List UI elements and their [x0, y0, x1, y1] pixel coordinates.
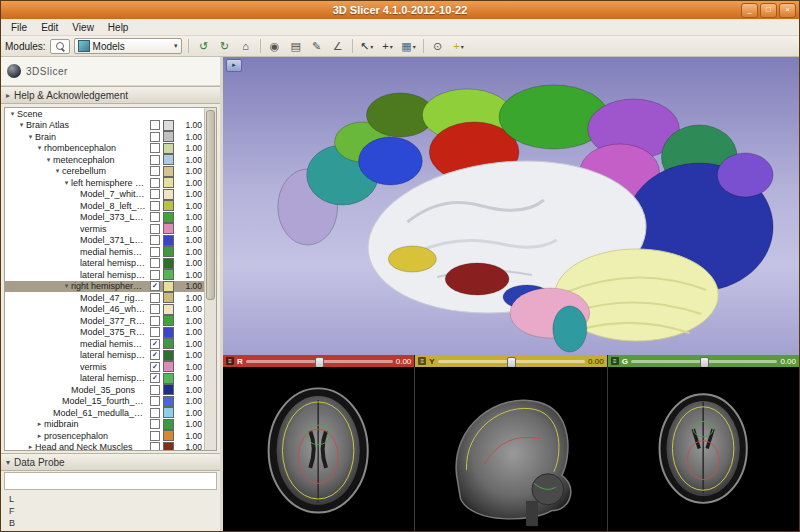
slice-offset-slider[interactable] — [246, 360, 393, 363]
model-color-swatch[interactable] — [163, 327, 174, 338]
slice-controller-green[interactable]: ≡G0.00 — [608, 355, 799, 367]
model-visibility-checkbox[interactable] — [150, 166, 160, 176]
home-module-icon[interactable]: ⌂ — [237, 38, 255, 54]
model-visibility-checkbox[interactable] — [150, 224, 160, 234]
history-forward-icon[interactable]: ↻ — [216, 38, 234, 54]
threed-view[interactable]: ▸ — [223, 57, 799, 355]
scene-view-icon[interactable]: ▤ — [287, 38, 305, 54]
tree-row[interactable]: Model_61_medulla_oblongata1.00 — [5, 407, 204, 419]
tree-row[interactable]: ▸Head and Neck Muscles1.00 — [5, 442, 204, 451]
view-controller-pin-icon[interactable]: ▸ — [226, 59, 242, 72]
model-color-swatch[interactable] — [163, 315, 174, 326]
tree-expander-icon[interactable]: ▾ — [62, 179, 71, 187]
model-color-swatch[interactable] — [163, 258, 174, 269]
slice-menu-icon[interactable]: ≡ — [611, 357, 619, 365]
tree-row[interactable]: ▾rhombencephalon1.00 — [5, 143, 204, 155]
model-visibility-checkbox[interactable] — [150, 396, 160, 406]
model-color-swatch[interactable] — [163, 200, 174, 211]
tree-expander-icon[interactable]: ▸ — [26, 443, 35, 450]
model-visibility-checkbox[interactable]: ✓ — [150, 281, 160, 291]
tree-row[interactable]: ▾metencephalon1.00 — [5, 154, 204, 166]
model-color-swatch[interactable] — [163, 361, 174, 372]
model-color-swatch[interactable] — [163, 281, 174, 292]
model-color-swatch[interactable] — [163, 338, 174, 349]
slice-offset-slider[interactable] — [631, 360, 778, 363]
model-visibility-checkbox[interactable] — [150, 155, 160, 165]
model-visibility-checkbox[interactable] — [150, 442, 160, 450]
slice-controller-yellow[interactable]: ≡Y0.00 — [415, 355, 606, 367]
model-color-swatch[interactable] — [163, 373, 174, 384]
model-visibility-checkbox[interactable]: ✓ — [150, 362, 160, 372]
tree-row[interactable]: ▸prosencephalon1.00 — [5, 430, 204, 442]
tree-row[interactable]: ▾right hemisphere of cer...✓1.00 — [5, 281, 204, 293]
slider-handle[interactable] — [700, 357, 709, 368]
slice-view-red-axial[interactable] — [223, 367, 414, 531]
tree-row[interactable]: Model_47_right_cereb...1.00 — [5, 292, 204, 304]
tree-row[interactable]: lateral hemisphere z...✓1.00 — [5, 373, 204, 385]
model-visibility-checkbox[interactable]: ✓ — [150, 339, 160, 349]
menu-file[interactable]: File — [4, 21, 34, 34]
zoom-icon[interactable]: ⊙ — [429, 38, 447, 54]
model-visibility-checkbox[interactable] — [150, 247, 160, 257]
tree-scrollbar[interactable] — [204, 108, 216, 450]
model-visibility-checkbox[interactable]: ✓ — [150, 350, 160, 360]
tree-row[interactable]: vermis✓1.00 — [5, 361, 204, 373]
titlebar[interactable]: 3D Slicer 4.1.0-2012-10-22 _□× — [1, 1, 799, 19]
model-visibility-checkbox[interactable] — [150, 258, 160, 268]
model-visibility-checkbox[interactable] — [150, 189, 160, 199]
close-button-icon[interactable]: × — [779, 3, 796, 18]
tree-expander-icon[interactable]: ▾ — [26, 133, 35, 141]
help-acknowledgement-section[interactable]: ▸ Help & Acknowledgement — [1, 86, 220, 104]
model-visibility-checkbox[interactable] — [150, 120, 160, 130]
model-visibility-checkbox[interactable] — [150, 132, 160, 142]
slice-offset-slider[interactable] — [438, 360, 585, 363]
crosshair-icon[interactable]: +▾ — [379, 38, 397, 54]
tree-expander-icon[interactable]: ▾ — [53, 167, 62, 175]
tree-expander-icon[interactable]: ▾ — [35, 144, 44, 152]
slice-menu-icon[interactable]: ≡ — [418, 357, 426, 365]
model-visibility-checkbox[interactable] — [150, 385, 160, 395]
slice-view-green-coronal[interactable] — [608, 367, 799, 531]
model-color-swatch[interactable] — [163, 189, 174, 200]
data-probe-section[interactable]: ▾ Data Probe — [1, 453, 220, 471]
model-visibility-checkbox[interactable] — [150, 201, 160, 211]
scrollbar-thumb[interactable] — [206, 110, 215, 300]
model-visibility-checkbox[interactable] — [150, 419, 160, 429]
model-visibility-checkbox[interactable] — [150, 316, 160, 326]
model-color-swatch[interactable] — [163, 384, 174, 395]
model-color-swatch[interactable] — [163, 419, 174, 430]
tree-expander-icon[interactable]: ▾ — [44, 156, 53, 164]
tree-row[interactable]: Model_7_white_matte...1.00 — [5, 189, 204, 201]
model-color-swatch[interactable] — [163, 177, 174, 188]
tree-row[interactable]: lateral hemisphere z...✓1.00 — [5, 350, 204, 362]
layout-icon[interactable]: ▦▾ — [400, 38, 418, 54]
tree-row[interactable]: Model_46_white_matt...1.00 — [5, 304, 204, 316]
model-color-swatch[interactable] — [163, 292, 174, 303]
model-color-swatch[interactable] — [163, 223, 174, 234]
annotation-icon[interactable]: ✎ — [308, 38, 326, 54]
model-visibility-checkbox[interactable] — [150, 431, 160, 441]
tree-expander-icon[interactable]: ▾ — [62, 282, 71, 290]
model-color-swatch[interactable] — [163, 143, 174, 154]
menu-help[interactable]: Help — [101, 21, 136, 34]
model-color-swatch[interactable] — [163, 246, 174, 257]
model-visibility-checkbox[interactable] — [150, 304, 160, 314]
model-visibility-checkbox[interactable] — [150, 178, 160, 188]
tree-expander-icon[interactable]: ▾ — [8, 110, 17, 118]
tree-row[interactable]: medial hemisphere z...1.00 — [5, 246, 204, 258]
tree-row[interactable]: medial hemisphere z...✓1.00 — [5, 338, 204, 350]
tree-row[interactable]: Model_377_Right-FaG...1.00 — [5, 315, 204, 327]
model-color-swatch[interactable] — [163, 304, 174, 315]
model-color-swatch[interactable] — [163, 235, 174, 246]
tree-row[interactable]: Model_8_left_cerebell...1.00 — [5, 200, 204, 212]
tree-row[interactable]: ▾cerebellum1.00 — [5, 166, 204, 178]
mouse-mode-icon[interactable]: ↖▾ — [358, 38, 376, 54]
tree-expander-icon[interactable]: ▾ — [17, 121, 26, 129]
menu-view[interactable]: View — [65, 21, 101, 34]
model-color-swatch[interactable] — [163, 154, 174, 165]
tree-expander-icon[interactable]: ▸ — [35, 420, 44, 428]
model-color-swatch[interactable] — [163, 120, 174, 131]
tree-row[interactable]: ▾left hemisphere of cere...1.00 — [5, 177, 204, 189]
tree-row[interactable]: Model_15_fourth_ventricle1.00 — [5, 396, 204, 408]
tree-row[interactable]: ▾Scene — [5, 108, 204, 120]
